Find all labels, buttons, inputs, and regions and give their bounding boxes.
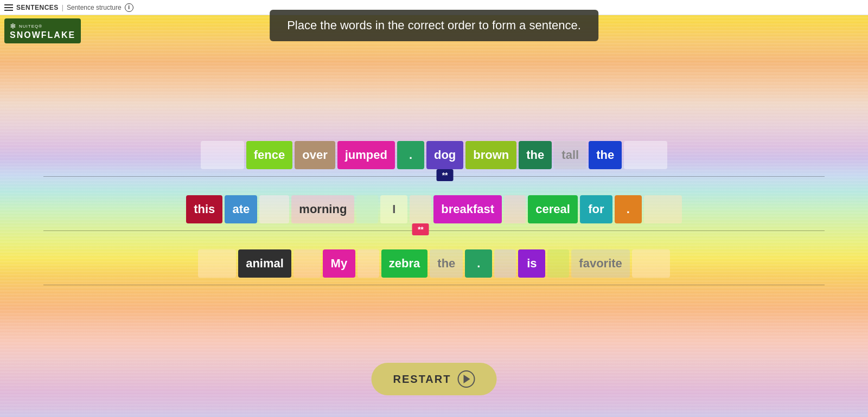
sentence-row-1: fence over jumped . dog ** brown the tal… bbox=[0, 141, 868, 179]
tile-empty[interactable] bbox=[259, 195, 289, 223]
tile-is[interactable]: is bbox=[518, 249, 545, 278]
tiles-row-2: this ate morning I ** breakfast cereal f… bbox=[0, 195, 868, 223]
tile-empty[interactable] bbox=[201, 141, 244, 169]
tile-empty[interactable] bbox=[293, 249, 321, 278]
sentence-line-2 bbox=[43, 230, 825, 231]
instruction-text: Place the words in the correct order to … bbox=[287, 18, 581, 32]
tile-empty[interactable]: ** bbox=[410, 195, 431, 223]
tile-ate[interactable]: ate bbox=[225, 195, 257, 223]
tile-empty[interactable] bbox=[504, 195, 526, 223]
tile-morning[interactable]: morning bbox=[291, 195, 354, 223]
tile-jumped[interactable]: jumped bbox=[337, 141, 395, 169]
tile-breakfast[interactable]: breakfast bbox=[433, 195, 502, 223]
tile-dog[interactable]: dog ** bbox=[426, 141, 463, 169]
tile-indicator-2: ** bbox=[412, 223, 429, 235]
restart-button[interactable]: RESTART bbox=[372, 363, 497, 395]
info-icon[interactable]: i bbox=[125, 3, 133, 12]
tile-the2[interactable]: the bbox=[589, 141, 622, 169]
play-circle-icon bbox=[457, 370, 475, 388]
tile-favorite[interactable]: favorite bbox=[571, 249, 629, 278]
tile-the1[interactable]: the bbox=[519, 141, 552, 169]
tile-empty[interactable] bbox=[356, 195, 378, 223]
instruction-box: Place the words in the correct order to … bbox=[270, 10, 598, 41]
tile-period1[interactable]: . bbox=[397, 141, 424, 169]
hamburger-menu[interactable] bbox=[4, 4, 13, 11]
tile-the3[interactable]: the bbox=[430, 249, 463, 278]
tiles-row-3: animal My zebra the . is favorite bbox=[0, 249, 868, 278]
sentence-area: fence over jumped . dog ** brown the tal… bbox=[0, 141, 868, 297]
tile-My[interactable]: My bbox=[323, 249, 355, 278]
sentence-row-2: this ate morning I ** breakfast cereal f… bbox=[0, 195, 868, 233]
logo: ❄ NUITEQ® SNOWFLAKE bbox=[4, 18, 81, 43]
tile-tall[interactable]: tall bbox=[554, 141, 586, 169]
play-triangle-icon bbox=[464, 375, 470, 383]
tile-fence[interactable]: fence bbox=[246, 141, 292, 169]
header-subtitle: Sentence structure bbox=[67, 4, 122, 11]
tile-period3[interactable]: . bbox=[465, 249, 492, 278]
sentence-line-3 bbox=[43, 285, 825, 285]
tile-animal[interactable]: animal bbox=[238, 249, 291, 278]
tile-this[interactable]: this bbox=[186, 195, 222, 223]
sentence-line-1 bbox=[43, 176, 825, 177]
logo-text: SNOWFLAKE bbox=[10, 30, 75, 40]
tile-empty[interactable] bbox=[644, 195, 682, 223]
tile-empty[interactable] bbox=[547, 249, 569, 278]
tile-empty[interactable] bbox=[198, 249, 236, 278]
header-title: SENTENCES bbox=[16, 4, 59, 11]
sentence-row-3: animal My zebra the . is favorite bbox=[0, 249, 868, 287]
snowflake-icon: ❄ bbox=[10, 22, 17, 30]
tile-period2[interactable]: . bbox=[615, 195, 642, 223]
tile-for[interactable]: for bbox=[580, 195, 612, 223]
tile-zebra[interactable]: zebra bbox=[381, 249, 427, 278]
tile-indicator-1: ** bbox=[437, 169, 454, 181]
tile-cereal[interactable]: cereal bbox=[528, 195, 578, 223]
tiles-row-1: fence over jumped . dog ** brown the tal… bbox=[0, 141, 868, 169]
brand-name: NUITEQ® bbox=[19, 24, 42, 29]
tile-empty[interactable] bbox=[632, 249, 670, 278]
header-separator: | bbox=[62, 4, 63, 11]
tile-empty[interactable] bbox=[358, 249, 379, 278]
tile-brown[interactable]: brown bbox=[465, 141, 516, 169]
tile-I[interactable]: I bbox=[380, 195, 407, 223]
tile-empty[interactable] bbox=[624, 141, 667, 169]
tile-over[interactable]: over bbox=[295, 141, 335, 169]
tile-empty[interactable] bbox=[494, 249, 516, 278]
restart-label: RESTART bbox=[393, 373, 451, 386]
